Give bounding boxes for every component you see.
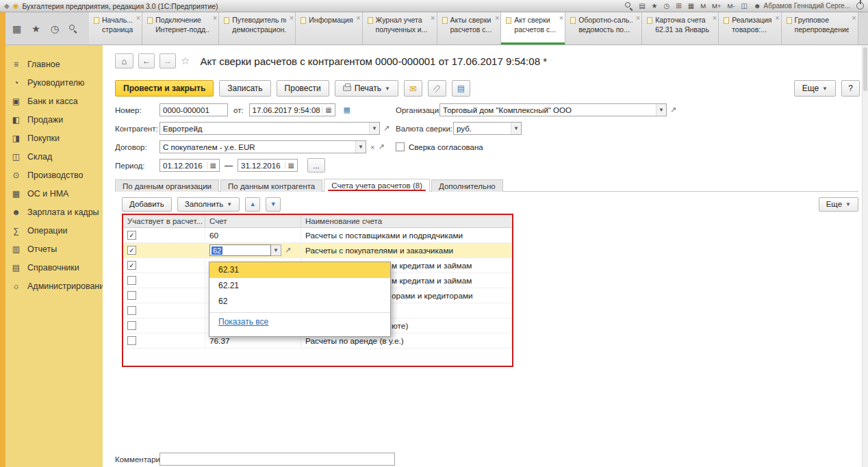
date-input[interactable]: 17.06.2017 9:54:08 ▦ [249,103,335,116]
attachments-button[interactable] [428,80,446,97]
dropdown-arrow-icon[interactable]: ▼ [656,104,666,116]
number-input[interactable]: 0000-000001 [159,103,228,116]
sidebar-item-bank-cash[interactable]: ▣Банк и касса [0,92,103,110]
period-options-button[interactable]: ... [307,158,325,173]
print-button[interactable]: Печать ▼ [335,80,398,97]
app-tab[interactable]: Журнал учетаполученных и...× [363,12,437,45]
favorites-star-icon[interactable]: ★ [31,23,40,34]
memory-mminus-button[interactable]: M- [728,2,735,10]
related-reports-button[interactable]: ▤ [452,80,470,97]
reconciliation-agreed-checkbox[interactable] [396,142,405,151]
sidebar-item-administration[interactable]: ☼Администрирование [0,277,103,295]
participates-checkbox[interactable] [127,291,136,300]
counterparty-combobox[interactable]: Евротрейд ▼ [159,122,380,135]
dropdown-arrow-icon[interactable]: ▼ [511,123,521,134]
clipboard-icon[interactable]: ▤ [639,2,645,10]
account-edit-field[interactable]: 62 [209,244,271,256]
comment-input[interactable] [159,453,395,466]
calculator-icon[interactable]: ⊞ [676,2,681,10]
save-button[interactable]: Записать [219,80,270,97]
move-up-button[interactable]: ▲ [245,197,260,212]
tab-close-icon[interactable]: × [136,13,140,23]
user-menu[interactable]: ☻ Абрамов Геннадий Серге... [754,2,850,10]
sidebar-item-sales[interactable]: ◧Продажи [0,110,103,129]
search-icon[interactable] [625,2,633,10]
calendar-icon[interactable]: ▦ [207,162,216,169]
memory-m-button[interactable]: M [700,2,706,10]
post-button[interactable]: Провести [277,80,329,97]
column-header-name[interactable]: Наименование счета [301,215,512,227]
app-tab[interactable]: Оборотно-саль...ведомость по...× [565,12,642,45]
dropdown-arrow-icon[interactable]: ▼ [369,123,379,134]
sidebar-item-production[interactable]: ⊙Производство [0,166,103,184]
document-structure-icon[interactable]: ▦ [344,105,350,114]
open-icon[interactable]: ↗ [285,246,291,255]
power-icon[interactable] [856,2,864,10]
dropdown-arrow-icon[interactable]: ▼ [271,244,281,256]
dropdown-item[interactable]: 62 [209,294,390,310]
add-row-button[interactable]: Добавить [122,197,172,212]
section-tab[interactable]: По данным контрагента [220,179,322,192]
app-tab[interactable]: Информация× [296,12,362,45]
move-down-button[interactable]: ▼ [266,197,281,212]
list-more-button[interactable]: Еще ▼ [819,197,858,212]
tab-close-icon[interactable]: × [356,13,360,23]
participates-checkbox[interactable]: ✓ [127,261,136,270]
favorites-icon[interactable]: ★ [652,2,658,10]
sidebar-item-warehouse[interactable]: ◫Склад [0,147,103,166]
app-tab[interactable]: Путеводитель подемонстрацион...× [219,12,296,45]
tab-close-icon[interactable]: × [213,13,217,23]
sidebar-item-manager[interactable]: ◔Руководителю [0,73,103,92]
dropdown-item[interactable]: 62.31 [209,262,390,278]
table-row[interactable]: ✓62▼↗Расчеты с покупателями и заказчикам… [123,243,512,258]
participates-checkbox[interactable] [127,306,136,315]
organization-combobox[interactable]: Торговый дом "Комплексный" ООО ▼ [439,103,667,116]
history-icon[interactable]: ◷ [664,2,670,10]
more-button[interactable]: Еще ▼ [794,80,836,97]
section-tab[interactable]: По данным организации [115,179,219,192]
favorite-star-icon[interactable]: ☆ [181,55,190,67]
period-to-input[interactable]: 31.12.2016 ▦ [238,159,298,172]
app-tab[interactable]: ПодключениеИнтернет-подд...× [142,12,219,45]
open-icon[interactable]: ↗ [378,142,384,151]
sidebar-item-fixed-assets[interactable]: ▦ОС и НМА [0,184,103,203]
tab-close-icon[interactable]: × [852,13,856,23]
global-search-icon[interactable] [69,23,77,34]
participates-checkbox[interactable] [127,336,136,345]
tab-close-icon[interactable]: × [431,13,435,23]
open-icon[interactable]: ↗ [670,105,676,114]
app-tab[interactable]: Акты сверкирасчетов с...× [437,12,502,45]
column-header-account[interactable]: Счет [205,215,301,227]
contract-combobox[interactable]: С покупателем - у.е. EUR ▼ [159,140,366,153]
fill-button[interactable]: Заполнить ▼ [177,197,240,212]
tab-close-icon[interactable]: × [636,13,640,23]
app-tab[interactable]: Карточка счета62.31 за Январь...× [642,12,719,45]
history-clock-icon[interactable]: ◷ [51,23,59,34]
email-button[interactable]: ✉ [404,80,422,97]
home-button[interactable]: ⌂ [115,53,133,68]
table-row[interactable]: ✓60Расчеты с поставщиками и подрядчиками [123,228,512,243]
app-tab[interactable]: Акт сверкирасчетов с...× [501,12,565,45]
window-layout-icon[interactable]: ◫ [741,2,748,10]
column-header-participates[interactable]: Участвует в расчет... [123,215,205,227]
participates-checkbox[interactable]: ✓ [127,231,136,240]
app-tab[interactable]: Реализациятоваров:...× [719,12,781,45]
vertical-scrollbar[interactable] [862,45,868,467]
tab-close-icon[interactable]: × [290,13,294,23]
calendar-icon[interactable]: ▦ [322,106,331,114]
section-tab[interactable]: Дополнительно [431,179,503,192]
period-from-input[interactable]: 01.12.2016 ▦ [159,159,220,172]
post-and-close-button[interactable]: Провести и закрыть [115,80,214,97]
app-tab[interactable]: Групповоеперепроведение:× [782,12,858,45]
back-button[interactable]: ← [138,53,155,68]
sidebar-item-main[interactable]: ≡Главное [0,55,103,73]
dropdown-arrow-icon[interactable]: ▼ [355,141,366,153]
sidebar-item-purchases[interactable]: ◨Покупки [0,129,103,147]
participates-checkbox[interactable] [127,321,136,330]
app-tab[interactable]: Началь...страница× [89,12,142,45]
tab-close-icon[interactable]: × [775,13,779,23]
currency-combobox[interactable]: руб. ▼ [453,122,522,135]
sidebar-item-reports[interactable]: ▥Отчеты [0,240,103,258]
help-button[interactable]: ? [841,80,860,97]
dropdown-item[interactable]: 62.21 [209,278,390,294]
